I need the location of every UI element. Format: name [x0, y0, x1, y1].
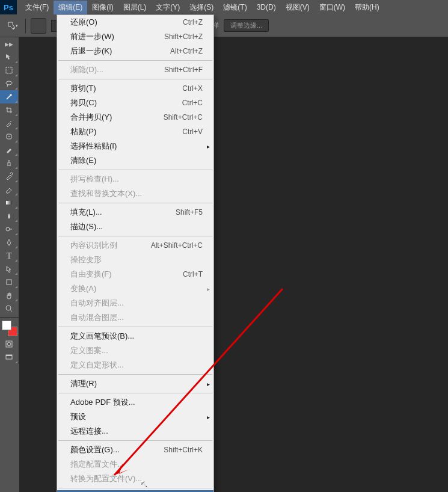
menu-item-t[interactable]: 剪切(T)Ctrl+X — [57, 81, 213, 96]
tool-history-brush[interactable] — [0, 170, 18, 183]
menu-item-s[interactable]: 描边(S)... — [57, 220, 213, 234]
foreground-color[interactable] — [2, 321, 11, 330]
menu-item-shortcut: Ctrl+X — [182, 84, 203, 93]
svg-rect-5 — [6, 201, 12, 204]
tool-expand[interactable]: ▸▸ — [0, 37, 18, 51]
menu-item-label: 查找和替换文本(X)... — [70, 188, 142, 199]
menu-item-o[interactable]: 还原(O)Ctrl+Z — [57, 15, 213, 29]
menu-item-[interactable]: 操控变形 — [57, 253, 213, 267]
menu-item-g[interactable]: 颜色设置(G)...Shift+Ctrl+K — [57, 443, 213, 457]
menu-item-v[interactable]: 转换为配置文件(V)... — [57, 472, 213, 486]
ps-logo: Ps — [0, 0, 17, 14]
menu-item-w[interactable]: 前进一步(W)Shift+Ctrl+Z — [57, 29, 213, 44]
menu-type[interactable]: 文字(Y) — [151, 1, 185, 14]
menu-item-label: 渐隐(D)... — [70, 64, 103, 75]
svg-point-8 — [6, 306, 11, 310]
menu-item-r[interactable]: 清理(R) — [57, 377, 213, 391]
menu-edit[interactable]: 编辑(E) — [54, 1, 87, 14]
menu-item-e[interactable]: 清除(E) — [57, 153, 213, 168]
menu-item-label: 远程连接... — [70, 426, 108, 437]
menu-item-[interactable]: 定义图案... — [57, 343, 213, 358]
tool-lasso[interactable] — [0, 77, 18, 90]
tool-marquee[interactable] — [0, 64, 18, 77]
menu-item-a[interactable]: 变换(A) — [57, 281, 213, 296]
menu-item-[interactable]: 自动混合图层... — [57, 310, 213, 325]
tool-hand[interactable] — [0, 289, 18, 302]
menu-item-label: 合并拷贝(Y) — [70, 112, 112, 123]
menu-filter[interactable]: 滤镜(T) — [218, 1, 251, 14]
tool-crop[interactable] — [0, 103, 18, 117]
menu-item-label: 剪切(T) — [70, 83, 96, 94]
menu-divider — [58, 440, 212, 441]
menu-help[interactable]: 帮助(H) — [350, 1, 384, 14]
menu-item-[interactable]: 预设 — [57, 410, 213, 424]
menu-item-label: 还原(O) — [70, 17, 97, 28]
menu-item-label: 选择性粘贴(I) — [70, 141, 117, 152]
menu-item-label: 拷贝(C) — [70, 97, 97, 108]
main-menubar: Ps 文件(F) 编辑(E) 图像(I) 图层(L) 文字(Y) 选择(S) 滤… — [0, 0, 448, 14]
menu-item-i[interactable]: 选择性粘贴(I) — [57, 139, 213, 153]
menu-item-[interactable]: 定义自定形状... — [57, 358, 213, 372]
tool-quickmask[interactable] — [0, 337, 18, 351]
menu-item-b[interactable]: 定义画笔预设(B)... — [57, 329, 213, 343]
tool-pen[interactable] — [0, 236, 18, 249]
menu-item-c[interactable]: 拷贝(C)Ctrl+C — [57, 96, 213, 110]
menu-3d[interactable]: 3D(D) — [252, 1, 281, 13]
menu-item-[interactable]: 指定配置文件... — [57, 457, 213, 472]
menu-view[interactable]: 视图(V) — [281, 1, 315, 14]
menu-item-label: 自动对齐图层... — [70, 298, 124, 309]
tool-move[interactable] — [0, 51, 18, 64]
tool-type[interactable]: T — [0, 249, 18, 262]
menu-item-shortcut: Shift+Ctrl+F — [164, 66, 203, 74]
tool-gradient[interactable] — [0, 196, 18, 209]
tool-brush[interactable] — [0, 143, 18, 156]
refine-edge-button[interactable]: 调整边缘... — [224, 19, 269, 32]
menu-item-y[interactable]: 合并拷贝(Y)Shift+Ctrl+C — [57, 110, 213, 125]
menu-item-[interactable]: 自动对齐图层... — [57, 296, 213, 310]
menu-item-label: 描边(S)... — [70, 221, 103, 232]
tool-eyedropper[interactable] — [0, 117, 18, 130]
tool-clone[interactable] — [0, 156, 18, 170]
menu-divider — [58, 488, 212, 488]
svg-point-6 — [6, 227, 10, 231]
menu-item-l[interactable]: 填充(L)...Shift+F5 — [57, 205, 213, 220]
menu-item-shortcut: Alt+Shift+Ctrl+C — [151, 241, 203, 250]
current-tool-icon[interactable]: ▾ — [4, 17, 20, 34]
menu-item-[interactable]: 内容识别比例Alt+Shift+Ctrl+C — [57, 238, 213, 253]
menu-item-f[interactable]: 自由变换(F)Ctrl+T — [57, 267, 213, 281]
menu-item-shortcut: Ctrl+V — [182, 128, 203, 136]
menu-item-label: 内容识别比例 — [70, 240, 117, 251]
tool-healing[interactable] — [0, 130, 18, 143]
svg-point-0 — [13, 28, 14, 29]
tool-shape[interactable] — [0, 275, 18, 289]
menu-item-adobepdf[interactable]: Adobe PDF 预设... — [57, 395, 213, 410]
menu-file[interactable]: 文件(F) — [20, 1, 54, 14]
color-swatches[interactable] — [2, 321, 17, 336]
svg-rect-12 — [6, 355, 12, 356]
menu-item-k[interactable]: 后退一步(K)Alt+Ctrl+Z — [57, 44, 213, 58]
menu-item-d[interactable]: 渐隐(D)...Shift+Ctrl+F — [57, 63, 213, 77]
menu-item-[interactable]: 远程连接... — [57, 424, 213, 438]
menu-item-label: 清理(R) — [70, 378, 97, 389]
tool-dodge[interactable] — [0, 223, 18, 236]
menu-layer[interactable]: 图层(L) — [118, 1, 152, 14]
menu-item-label: 变换(A) — [70, 283, 96, 294]
tool-eraser[interactable] — [0, 183, 18, 196]
menu-image[interactable]: 图像(I) — [87, 1, 118, 14]
menu-item-label: 颜色设置(G)... — [70, 444, 120, 455]
selection-mode-new[interactable] — [31, 18, 46, 34]
tool-screenmode[interactable] — [0, 351, 18, 364]
menu-item-label: 粘贴(P) — [70, 126, 96, 137]
menu-item-p[interactable]: 粘贴(P)Ctrl+V — [57, 125, 213, 139]
tool-zoom[interactable] — [0, 302, 18, 315]
menu-select[interactable]: 选择(S) — [185, 1, 218, 14]
tool-path-select[interactable] — [0, 262, 18, 275]
menu-item-h[interactable]: 拼写检查(H)... — [57, 172, 213, 186]
menu-window[interactable]: 窗口(W) — [315, 1, 350, 14]
tool-magic-wand[interactable] — [0, 90, 18, 103]
menu-item-shortcut: Shift+F5 — [176, 208, 203, 217]
menu-item-x[interactable]: 查找和替换文本(X)... — [57, 186, 213, 201]
menu-item-shortcut: Shift+Ctrl+C — [164, 113, 203, 121]
tool-blur[interactable] — [0, 209, 18, 223]
menu-item-shortcut: Ctrl+C — [182, 99, 203, 107]
